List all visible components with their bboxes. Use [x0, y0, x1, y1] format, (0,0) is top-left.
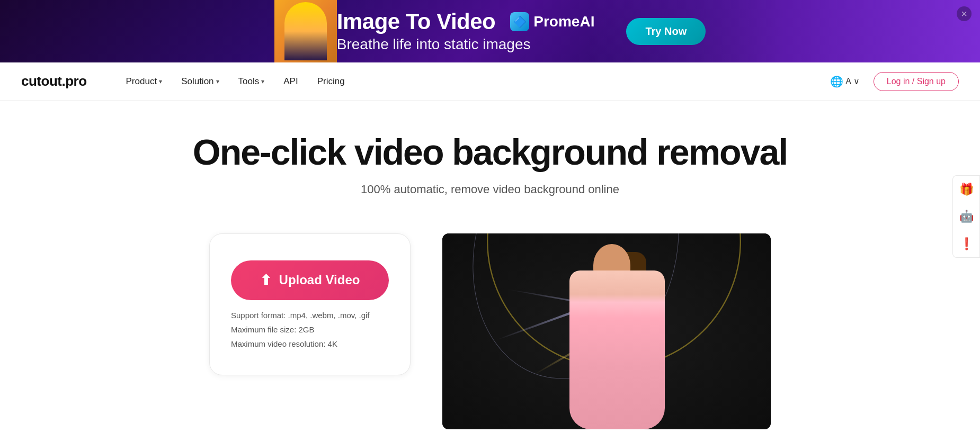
upload-button-label: Upload Video	[279, 273, 360, 287]
ad-logo-text: PromeAI	[533, 13, 594, 30]
upload-icon: ⬆	[260, 272, 272, 288]
site-logo[interactable]: cutout.pro	[21, 73, 87, 89]
nav-solution[interactable]: Solution ▾	[174, 72, 226, 91]
nav-product-label: Product	[126, 76, 157, 87]
gift-icon: 🎁	[959, 183, 974, 196]
hero-subtitle: 100% automatic, remove video background …	[21, 183, 959, 196]
login-button[interactable]: Log in / Sign up	[874, 72, 959, 91]
nav-tools[interactable]: Tools ▾	[231, 72, 272, 91]
robot-sidebar-button[interactable]: 🤖	[952, 203, 980, 230]
main-content: ⬆ Upload Video Support format: .mp4, .we…	[119, 233, 861, 429]
nav-api[interactable]: API	[276, 72, 305, 91]
ad-logo: 🔷 PromeAI	[510, 12, 594, 31]
ad-banner: Image To Video 🔷 PromeAI Breathe life in…	[0, 0, 980, 62]
sidebar-icons: 🎁 🤖 ❗	[952, 175, 980, 258]
translate-icon: 🌐	[830, 75, 843, 88]
video-preview	[442, 233, 771, 429]
language-selector[interactable]: 🌐 A ∨	[825, 72, 865, 91]
navbar: cutout.pro Product ▾ Solution ▾ Tools ▾ …	[0, 62, 980, 101]
upload-card: ⬆ Upload Video Support format: .mp4, .we…	[209, 233, 411, 375]
person-figure	[564, 249, 670, 429]
nav-solution-chevron: ▾	[216, 78, 219, 85]
translate-chevron: ∨	[853, 76, 860, 86]
ad-image	[274, 0, 337, 62]
upload-info: Support format: .mp4, .webm, .mov, .gif …	[231, 311, 389, 348]
preview-background	[442, 233, 771, 429]
nav-pricing-label: Pricing	[317, 76, 345, 87]
translate-label: A	[845, 77, 851, 86]
format-info: Support format: .mp4, .webm, .mov, .gif	[231, 311, 389, 320]
nav-right: 🌐 A ∨ Log in / Sign up	[825, 72, 959, 91]
ad-try-button[interactable]: Try Now	[626, 18, 706, 45]
resolution-info: Maximum video resolution: 4K	[231, 339, 389, 348]
promeai-icon: 🔷	[510, 12, 529, 31]
hero-section: One-click video background removal 100% …	[0, 101, 980, 233]
ad-title: Image To Video	[337, 10, 496, 34]
ad-close-button[interactable]: ×	[957, 6, 972, 21]
nav-product[interactable]: Product ▾	[119, 72, 170, 91]
alert-icon: ❗	[959, 237, 974, 251]
nav-tools-chevron: ▾	[261, 78, 264, 85]
size-info: Maximum file size: 2GB	[231, 325, 389, 334]
nav-tools-label: Tools	[238, 76, 260, 87]
nav-product-chevron: ▾	[159, 78, 162, 85]
nav-pricing[interactable]: Pricing	[310, 72, 352, 91]
nav-links: Product ▾ Solution ▾ Tools ▾ API Pricing	[119, 72, 825, 91]
person-body	[569, 270, 665, 429]
hero-title: One-click video background removal	[21, 132, 959, 172]
nav-solution-label: Solution	[181, 76, 213, 87]
gift-sidebar-button[interactable]: 🎁	[952, 175, 980, 203]
upload-button[interactable]: ⬆ Upload Video	[231, 260, 389, 300]
nav-api-label: API	[283, 76, 298, 87]
ad-subtitle: Breathe life into static images	[337, 36, 595, 53]
alert-sidebar-button[interactable]: ❗	[952, 230, 980, 258]
robot-icon: 🤖	[959, 210, 974, 223]
